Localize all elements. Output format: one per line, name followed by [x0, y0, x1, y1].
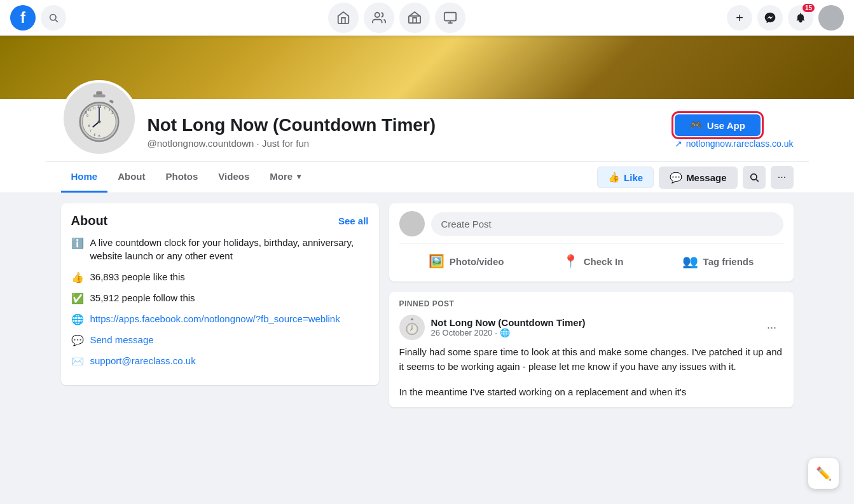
nav-left: f [10, 5, 66, 31]
post-author-avatar [399, 315, 425, 340]
user-avatar [818, 5, 844, 31]
profile-actions: 🎮 Use App ↗ notlongnow.rareclass.co.uk [675, 107, 794, 156]
email-address: support@rareclass.co.uk [90, 354, 196, 367]
see-all-link[interactable]: See all [338, 215, 369, 226]
svg-point-32 [411, 329, 412, 329]
about-description: A live countdown clock for your holidays… [90, 236, 369, 262]
create-post-input[interactable]: Create Post [431, 212, 783, 236]
search-button[interactable] [41, 5, 66, 31]
svg-text:6: 6 [93, 133, 95, 137]
website-row: 🌐 https://apps.facebook.com/notlongnow/?… [71, 312, 369, 325]
check-icon: ✅ [71, 292, 84, 304]
ellipsis-icon: ··· [778, 172, 786, 183]
svg-text:1: 1 [104, 107, 106, 110]
divider [399, 243, 783, 243]
profile-avatar-wrap: 12 3 6 9 11 10 9 1 2 8 7 6 [61, 80, 137, 156]
profile-avatar: 12 3 6 9 11 10 9 1 2 8 7 6 [61, 80, 137, 156]
profile-avatar-button[interactable] [818, 5, 844, 31]
watch-nav-button[interactable] [435, 3, 465, 33]
svg-rect-27 [410, 318, 413, 320]
svg-point-2 [375, 13, 379, 17]
svg-text:3: 3 [111, 111, 113, 114]
ellipsis-icon-post: ··· [767, 321, 776, 334]
notification-count: 15 [802, 4, 815, 12]
plus-icon: + [736, 11, 743, 25]
svg-text:11: 11 [92, 107, 96, 110]
send-message-link[interactable]: Send message [90, 333, 154, 346]
nav-right: + 15 [727, 5, 844, 31]
chevron-down-icon: ▼ [295, 172, 303, 181]
messenger-button[interactable] [757, 5, 783, 31]
thumbs-up-icon: 👍 [608, 172, 620, 183]
stopwatch-image: 12 3 6 9 11 10 9 1 2 8 7 6 [71, 90, 127, 146]
photo-video-button[interactable]: 🖼️ Photo/video [418, 249, 514, 274]
tab-more[interactable]: More ▼ [259, 162, 313, 193]
more-actions-button[interactable]: ··· [771, 166, 794, 189]
website-link[interactable]: ↗ notlongnow.rareclass.co.uk [675, 139, 794, 149]
post-more-button[interactable]: ··· [761, 316, 783, 339]
follows-row: ✅ 35,912 people follow this [71, 291, 369, 304]
tab-videos[interactable]: Videos [208, 162, 259, 193]
external-link-icon: ↗ [675, 139, 682, 149]
likes-row: 👍 36,893 people like this [71, 270, 369, 283]
info-icon: ℹ️ [71, 237, 84, 249]
profile-info: Not Long Now (Countdown Timer) @notlongn… [148, 107, 675, 156]
tab-about[interactable]: About [107, 162, 155, 193]
email-row: ✉️ support@rareclass.co.uk [71, 354, 369, 367]
follows-count: 35,912 people follow this [90, 291, 195, 304]
globe-icon-post: · [495, 328, 497, 337]
check-in-button[interactable]: 📍 Check In [553, 249, 634, 274]
message-row: 💬 Send message [71, 333, 369, 346]
svg-point-0 [50, 15, 56, 20]
create-post-actions: 🖼️ Photo/video 📍 Check In 👥 Tag friends [399, 249, 783, 274]
profile-header: 12 3 6 9 11 10 9 1 2 8 7 6 [46, 99, 809, 156]
main-content: About See all ℹ️ A live countdown clock … [46, 203, 809, 407]
create-button[interactable]: + [727, 5, 752, 31]
like-button[interactable]: 👍 Like [597, 167, 654, 188]
about-card: About See all ℹ️ A live countdown clock … [61, 203, 379, 385]
top-nav: f [0, 0, 854, 36]
friends-nav-button[interactable] [364, 3, 394, 33]
likes-count: 36,893 people like this [90, 270, 185, 283]
tab-photos[interactable]: Photos [156, 162, 209, 193]
use-app-button[interactable]: 🎮 Use App [675, 114, 761, 136]
thumbs-up-icon-about: 👍 [71, 271, 84, 283]
message-button[interactable]: 💬 Message [659, 167, 737, 189]
svg-rect-6 [93, 94, 105, 97]
home-nav-button[interactable] [328, 3, 359, 33]
app-icon: 🎮 [690, 119, 702, 131]
photo-icon: 🖼️ [429, 254, 444, 269]
tab-home[interactable]: Home [61, 162, 108, 193]
about-title: About [71, 214, 108, 228]
about-header: About See all [71, 214, 369, 228]
profile-section: 12 3 6 9 11 10 9 1 2 8 7 6 [0, 99, 854, 193]
post-text-1: Finally had some spare time to look at t… [399, 345, 783, 374]
svg-text:7: 7 [90, 130, 92, 133]
left-column: About See all ℹ️ A live countdown clock … [61, 203, 379, 407]
marketplace-nav-button[interactable] [399, 3, 430, 33]
profile-tabs: Home About Photos Videos More ▼ 👍 Like 💬… [46, 161, 809, 193]
facebook-logo[interactable]: f [10, 5, 36, 31]
website-url: https://apps.facebook.com/notlongnow/?fb… [90, 312, 340, 325]
location-icon: 📍 [563, 254, 579, 269]
svg-text:2: 2 [108, 109, 110, 112]
tab-actions: 👍 Like 💬 Message ··· [597, 166, 793, 189]
create-post-card: Create Post 🖼️ Photo/video 📍 Check In 👥 … [389, 203, 794, 282]
post-author-info: Not Long Now (Countdown Timer) 26 Octobe… [431, 317, 586, 337]
search-page-button[interactable] [743, 166, 766, 189]
pinned-post-card: PINNED POST Not Long Now (Coun [389, 292, 794, 407]
svg-text:10: 10 [88, 109, 92, 112]
svg-text:9: 9 [86, 114, 88, 118]
notifications-button[interactable]: 15 [788, 5, 813, 31]
svg-rect-3 [408, 16, 420, 23]
svg-point-24 [97, 120, 100, 123]
page-handle: @notlongnow.countdown · Just for fun [148, 138, 675, 149]
post-header: Not Long Now (Countdown Timer) 26 Octobe… [399, 315, 783, 340]
create-post-top: Create Post [399, 211, 783, 236]
nav-center [328, 3, 465, 33]
svg-text:6: 6 [98, 134, 100, 138]
pinned-label: PINNED POST [399, 299, 783, 308]
tag-icon: 👥 [682, 254, 698, 269]
messenger-icon: 💬 [670, 172, 682, 184]
tag-friends-button[interactable]: 👥 Tag friends [672, 249, 764, 274]
